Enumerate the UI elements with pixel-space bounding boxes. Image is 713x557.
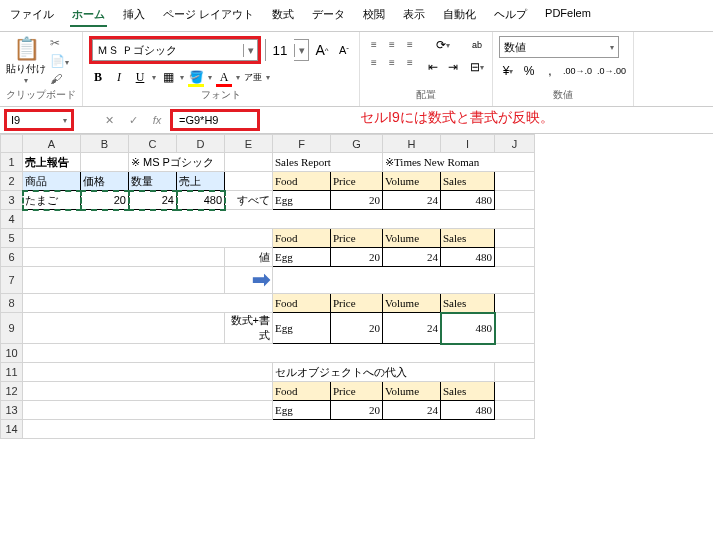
fill-color-button[interactable]: 🪣	[187, 68, 205, 86]
font-name-selector[interactable]: ▾	[92, 39, 258, 61]
tab-formulas[interactable]: 数式	[270, 4, 296, 27]
cell[interactable]: 24	[383, 248, 441, 267]
cell[interactable]	[23, 382, 273, 401]
cell[interactable]: 20	[331, 313, 383, 344]
cell[interactable]: 売上	[177, 172, 225, 191]
cell[interactable]: すべて	[225, 191, 273, 210]
row-header[interactable]: 12	[1, 382, 23, 401]
tab-pagelayout[interactable]: ページ レイアウト	[161, 4, 256, 27]
row-header[interactable]: 7	[1, 267, 23, 294]
cell[interactable]: たまご	[23, 191, 81, 210]
cell[interactable]: Volume	[383, 294, 441, 313]
cell[interactable]: 480	[441, 248, 495, 267]
cell[interactable]: Volume	[383, 382, 441, 401]
col-header[interactable]: B	[81, 135, 129, 153]
row-header[interactable]: 10	[1, 344, 23, 363]
cell[interactable]	[23, 248, 225, 267]
cell[interactable]: 480	[441, 401, 495, 420]
cell[interactable]: Volume	[383, 172, 441, 191]
cell[interactable]: Price	[331, 229, 383, 248]
font-size-selector[interactable]: ▾	[265, 39, 309, 61]
increase-indent-button[interactable]: ⇥	[444, 58, 462, 76]
cell[interactable]: 24	[383, 401, 441, 420]
tab-file[interactable]: ファイル	[8, 4, 56, 27]
cell[interactable]	[23, 210, 535, 229]
cell[interactable]: Food	[273, 172, 331, 191]
col-header[interactable]: C	[129, 135, 177, 153]
col-header[interactable]: H	[383, 135, 441, 153]
row-header[interactable]: 3	[1, 191, 23, 210]
font-color-button[interactable]: A	[215, 68, 233, 86]
cell[interactable]: 20	[81, 191, 129, 210]
cell[interactable]	[23, 344, 535, 363]
cell[interactable]: ➡	[225, 267, 273, 294]
format-painter-button[interactable]: 🖌	[50, 72, 69, 86]
cell[interactable]: Volume	[383, 229, 441, 248]
row-header[interactable]: 5	[1, 229, 23, 248]
font-name-input[interactable]	[93, 42, 243, 58]
align-center-button[interactable]: ≡	[384, 54, 400, 70]
cell[interactable]	[495, 229, 535, 248]
cell[interactable]: Price	[331, 294, 383, 313]
align-middle-button[interactable]: ≡	[384, 36, 400, 52]
cell[interactable]	[495, 363, 535, 382]
border-button[interactable]: ▦	[159, 68, 177, 86]
currency-button[interactable]: ¥▾	[499, 62, 517, 80]
merge-button[interactable]: ⊟▾	[468, 58, 486, 76]
align-right-button[interactable]: ≡	[402, 54, 418, 70]
chevron-down-icon[interactable]: ▾	[243, 44, 257, 57]
cell[interactable]: Food	[273, 294, 331, 313]
cell[interactable]	[495, 294, 535, 313]
cell[interactable]: 24	[383, 313, 441, 344]
cell[interactable]: Sales Report	[273, 153, 383, 172]
cell[interactable]: Food	[273, 229, 331, 248]
align-left-button[interactable]: ≡	[366, 54, 382, 70]
cell[interactable]	[495, 382, 535, 401]
cancel-button[interactable]: ✕	[98, 109, 120, 131]
tab-review[interactable]: 校閲	[361, 4, 387, 27]
cell[interactable]: 売上報告	[23, 153, 81, 172]
cell[interactable]: 20	[331, 248, 383, 267]
cell[interactable]: 数量	[129, 172, 177, 191]
ruby-button[interactable]: ア亜	[243, 68, 263, 86]
cell[interactable]: ※Times New Roman	[383, 153, 535, 172]
cell-i9[interactable]: 480	[441, 313, 495, 344]
select-all-corner[interactable]	[1, 135, 23, 153]
tab-view[interactable]: 表示	[401, 4, 427, 27]
cell[interactable]	[23, 313, 225, 344]
cell[interactable]: 480	[441, 191, 495, 210]
col-header[interactable]: A	[23, 135, 81, 153]
number-format-selector[interactable]: 数値 ▾	[499, 36, 619, 58]
col-header[interactable]: J	[495, 135, 535, 153]
cell[interactable]	[273, 267, 535, 294]
chevron-down-icon[interactable]: ▾	[294, 44, 308, 57]
row-header[interactable]: 8	[1, 294, 23, 313]
copy-button[interactable]: 📄▾	[50, 54, 69, 68]
cell[interactable]: Food	[273, 382, 331, 401]
cell[interactable]: 価格	[81, 172, 129, 191]
col-header[interactable]: G	[331, 135, 383, 153]
row-header[interactable]: 13	[1, 401, 23, 420]
cell[interactable]: 数式+書式	[225, 313, 273, 344]
grid[interactable]: A B C D E F G H I J 1 売上報告 ※ MS Pゴシック Sa…	[0, 134, 535, 439]
chevron-down-icon[interactable]: ▾	[63, 116, 67, 125]
col-header[interactable]: F	[273, 135, 331, 153]
align-top-button[interactable]: ≡	[366, 36, 382, 52]
increase-font-button[interactable]: A^	[313, 41, 331, 59]
cell[interactable]: 24	[129, 191, 177, 210]
cell[interactable]: Sales	[441, 294, 495, 313]
percent-button[interactable]: %	[520, 62, 538, 80]
italic-button[interactable]: I	[110, 68, 128, 86]
underline-button[interactable]: U	[131, 68, 149, 86]
cell[interactable]	[495, 401, 535, 420]
col-header[interactable]: E	[225, 135, 273, 153]
cell[interactable]	[225, 153, 273, 172]
cut-button[interactable]: ✂	[50, 36, 69, 50]
cell[interactable]: セルオブジェクトへの代入	[273, 363, 495, 382]
tab-help[interactable]: ヘルプ	[492, 4, 529, 27]
cell[interactable]: 24	[383, 191, 441, 210]
name-box[interactable]: I9 ▾	[4, 109, 74, 131]
increase-decimal-button[interactable]: .00→.0	[562, 62, 593, 80]
decrease-indent-button[interactable]: ⇤	[424, 58, 442, 76]
cell[interactable]: 20	[331, 191, 383, 210]
